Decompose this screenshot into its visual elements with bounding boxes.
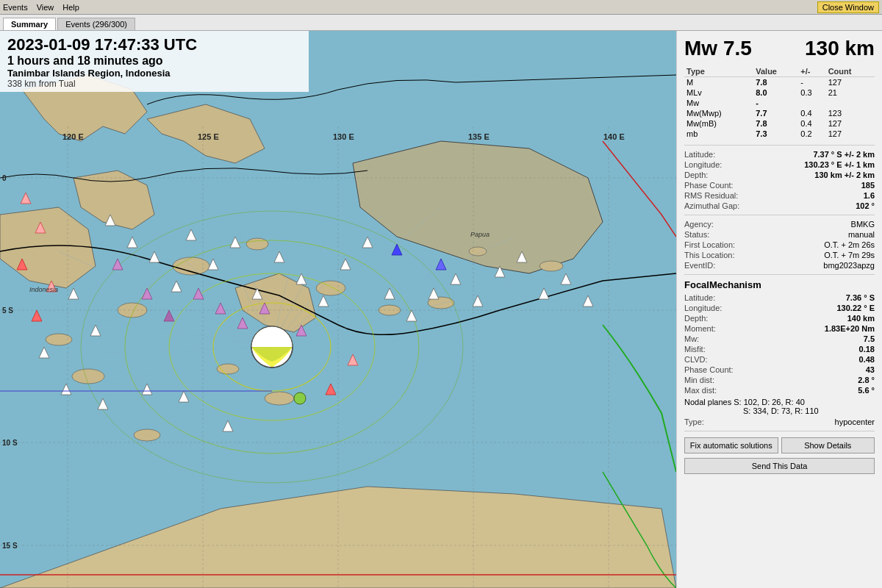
magnitude-row: Mw(Mwp)7.70.4123 <box>684 108 875 118</box>
svg-text:140 E: 140 E <box>603 132 625 141</box>
svg-text:120 E: 120 E <box>62 132 84 141</box>
agency-info-row: Agency:BMKG <box>684 220 875 229</box>
nodal-line1: Nodal planes S: 102, D: 26, R: 40 <box>684 398 875 406</box>
menu-view[interactable]: View <box>37 3 54 12</box>
focal-info-row: Misfit:0.18 <box>684 345 875 354</box>
event-location: Tanimbar Islands Region, Indonesia <box>7 68 301 79</box>
info-value: 5.6 ° <box>858 386 875 395</box>
focal-info-row: Min dist:2.8 ° <box>684 376 875 384</box>
mag-value-cell: 7.8 <box>753 118 798 129</box>
location-info-row: RMS Residual:1.6 <box>684 191 875 200</box>
mag-count-cell: 127 <box>826 129 875 139</box>
mag-pm-cell: 0.4 <box>798 118 825 129</box>
info-value: 102 ° <box>856 201 875 210</box>
info-label: Moment: <box>684 324 758 333</box>
svg-text:10 S: 10 S <box>2 439 18 447</box>
focal-mechanism-title: FocalMechanism <box>684 279 875 290</box>
info-label: Max dist: <box>684 386 758 395</box>
main-content: 2023-01-09 17:47:33 UTC 1 hours and 18 m… <box>0 31 882 588</box>
send-data-container: Send This Data <box>684 458 875 474</box>
focal-info-row: Depth:140 km <box>684 314 875 323</box>
mag-count-cell <box>826 98 875 108</box>
info-label: Status: <box>684 230 758 239</box>
magnitude-row: mb7.30.2127 <box>684 129 875 139</box>
col-value: Value <box>753 66 798 77</box>
mag-type-cell: Mw(Mwp) <box>684 108 753 118</box>
info-value: 7.36 ° S <box>846 293 875 302</box>
svg-point-103 <box>294 392 306 404</box>
info-label: Azimuthal Gap: <box>684 201 758 210</box>
close-window-button[interactable]: Close Window <box>817 1 879 13</box>
mw-value: Mw 7.5 <box>684 37 752 60</box>
mag-pm-cell <box>798 98 825 108</box>
type-label: Type: <box>684 417 758 426</box>
mag-count-cell: 127 <box>826 118 875 129</box>
svg-point-13 <box>217 364 239 374</box>
magnitude-row: Mw(mB)7.80.4127 <box>684 118 875 129</box>
mag-type-cell: mb <box>684 129 753 139</box>
agency-info-row: Status:manual <box>684 230 875 239</box>
info-label: Min dist: <box>684 376 758 384</box>
info-label: Latitude: <box>684 293 758 302</box>
tab-summary[interactable]: Summary <box>3 18 56 30</box>
location-info: Latitude:7.37 ° S +/- 2 kmLongitude:130.… <box>684 150 875 210</box>
svg-text:130 E: 130 E <box>333 132 354 141</box>
tab-events[interactable]: Events (296/300) <box>57 18 135 30</box>
svg-point-5 <box>72 369 104 384</box>
info-value: 140 km <box>847 314 875 323</box>
event-header: 2023-01-09 17:47:33 UTC 1 hours and 18 m… <box>0 31 309 92</box>
info-label: First Location: <box>684 240 758 249</box>
menu-help[interactable]: Help <box>62 3 79 12</box>
fix-automatic-button[interactable]: Fix automatic solutions <box>684 437 778 453</box>
svg-text:15 S: 15 S <box>2 542 18 550</box>
agency-info-row: This Location:O.T. + 7m 29s <box>684 251 875 259</box>
map-area[interactable]: 2023-01-09 17:47:33 UTC 1 hours and 18 m… <box>0 31 676 588</box>
menu-events[interactable]: Events <box>3 3 28 12</box>
focal-info-row: Longitude:130.22 ° E <box>684 304 875 312</box>
info-label: Latitude: <box>684 150 758 159</box>
mag-type-cell: Mw <box>684 98 753 108</box>
divider-1 <box>684 145 875 146</box>
mag-pm-cell: 0.3 <box>798 87 825 98</box>
info-value: 130.23 ° E +/- 1 km <box>804 160 875 169</box>
magnitude-row: Mw- <box>684 98 875 108</box>
agency-info-row: EventID:bmg2023apzg <box>684 261 875 270</box>
action-buttons: Fix automatic solutions Show Details <box>684 437 875 453</box>
info-value: 0.48 <box>859 355 875 364</box>
info-label: Longitude: <box>684 304 758 312</box>
mag-value-cell: 7.3 <box>753 129 798 139</box>
mag-pm-cell: - <box>798 77 825 88</box>
info-label: EventID: <box>684 261 758 270</box>
focal-info-row: Moment:1.83E+20 Nm <box>684 324 875 333</box>
info-value: 7.5 <box>864 334 875 343</box>
mag-value-cell: 8.0 <box>753 87 798 98</box>
svg-text:Papua: Papua <box>470 231 490 238</box>
show-details-button[interactable]: Show Details <box>781 437 875 453</box>
magnitude-row: MLv8.00.321 <box>684 87 875 98</box>
location-info-row: Latitude:7.37 ° S +/- 2 km <box>684 150 875 159</box>
mag-type-cell: MLv <box>684 87 753 98</box>
depth-value: 130 km <box>805 37 875 60</box>
info-value: O.T. + 2m 26s <box>824 240 875 249</box>
info-value: 43 <box>866 365 875 374</box>
mag-count-cell: 21 <box>826 87 875 98</box>
info-value: 130 km +/- 2 km <box>814 171 875 179</box>
info-value: 1.83E+20 Nm <box>825 324 875 333</box>
svg-point-11 <box>265 392 294 405</box>
mag-pm-cell: 0.4 <box>798 108 825 118</box>
focal-info-row: Latitude:7.36 ° S <box>684 293 875 302</box>
info-label: This Location: <box>684 251 758 259</box>
info-label: Agency: <box>684 220 758 229</box>
info-label: Depth: <box>684 171 758 179</box>
info-value: O.T. + 7m 29s <box>824 251 875 259</box>
focal-info-row: Max dist:5.6 ° <box>684 386 875 395</box>
svg-text:135 E: 135 E <box>468 132 490 141</box>
info-value: 1.6 <box>864 191 875 200</box>
mag-type-cell: M <box>684 77 753 88</box>
info-label: Phase Count: <box>684 365 758 374</box>
nodal-planes-text: Nodal planes S: 102, D: 26, R: 40 S: 334… <box>684 398 875 415</box>
event-datetime: 2023-01-09 17:47:33 UTC <box>7 35 301 54</box>
info-value: 185 <box>861 181 875 190</box>
send-data-button[interactable]: Send This Data <box>684 458 875 474</box>
nodal-line2: S: 334, D: 73, R: 110 <box>684 406 875 415</box>
